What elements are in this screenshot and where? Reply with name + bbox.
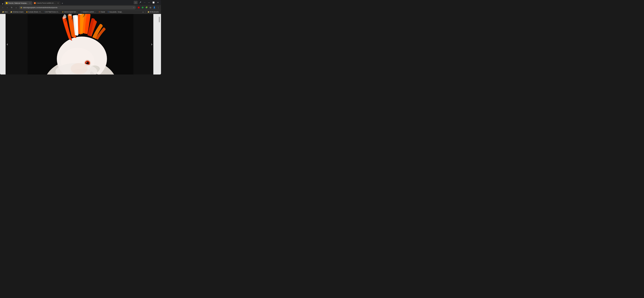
folder-icon: 📁: [10, 11, 12, 13]
mic-icon: 🎤: [139, 2, 141, 4]
google-icon: G: [108, 11, 109, 13]
sidebar-button[interactable]: ▤: [149, 6, 152, 9]
ext-puzzle-button[interactable]: 🧩: [145, 6, 148, 9]
prev-arrow[interactable]: ‹: [7, 42, 8, 47]
tab-natgeo-close[interactable]: ✕: [29, 2, 31, 4]
profile-icon: 👤: [153, 7, 156, 9]
bookmark-bikes-label: bikes: [4, 11, 8, 13]
search-icon-btn[interactable]: ▢: [134, 1, 138, 4]
maximize-icon: ⬜: [152, 2, 154, 4]
bookmark-subatomic-label: Subatomic particle -...: [82, 11, 96, 13]
minimize-button[interactable]: —: [147, 1, 151, 5]
content-area: ‹ ›: [0, 14, 161, 75]
cockatoo-image: [28, 14, 134, 75]
tab-art-label: Colorful Parrot wildlife Art Pri...: [36, 2, 56, 4]
search-icon: ▢: [135, 2, 136, 4]
bookmark-tidal-label: 13.6 Tidal Forces | U...: [45, 11, 59, 13]
art-favicon: [34, 2, 36, 4]
mic-button[interactable]: 🎤: [138, 1, 142, 5]
next-arrow[interactable]: ›: [151, 42, 152, 47]
browser-window: ▼ Parrots | National Geographic ✕ Colorf…: [0, 0, 161, 75]
home-icon: ⌂: [16, 7, 17, 9]
tab-natgeo[interactable]: Parrots | National Geographic ✕: [4, 1, 32, 5]
bookmark-loop-gravity[interactable]: G loop gravity - Googl...: [107, 11, 124, 13]
new-tab-button[interactable]: +: [61, 2, 64, 5]
folder-icon: 📁: [2, 11, 4, 13]
address-bar-row: ‹ › ↻ ⌂ 🔒 nationalgeographic.com/animals…: [0, 5, 161, 10]
minimize-icon: —: [148, 2, 150, 4]
tab-natgeo-label: Parrots | National Geographic: [8, 2, 28, 4]
claude-icon: AI: [99, 11, 100, 13]
all-bookmarks-label: All Bookmarks: [150, 11, 159, 13]
address-bar[interactable]: 🔒 nationalgeographic.com/animals/birds/f…: [19, 6, 136, 9]
forward-button[interactable]: ›: [6, 6, 9, 9]
folder-icon: 📁: [148, 11, 149, 13]
maximize-button[interactable]: ⬜: [152, 1, 156, 5]
bookmark-christmas-recipes[interactable]: 📁 christmas recipes: [9, 11, 25, 13]
natgeo-favicon: [6, 2, 8, 4]
all-bookmarks-button[interactable]: 📁 All Bookmarks: [146, 11, 160, 13]
svg-point-10: [71, 63, 88, 74]
close-button[interactable]: ✕: [156, 1, 160, 5]
tab-art-close[interactable]: ✕: [57, 2, 59, 4]
tab-dropdown-btn[interactable]: ▼: [1, 3, 4, 5]
bookmarks-bar: 📁 bikes 📁 christmas recipes Curiosity St…: [0, 10, 161, 14]
menu-button[interactable]: ⋮: [156, 6, 160, 9]
bookmark-bikes[interactable]: 📁 bikes: [1, 11, 9, 13]
profile-button[interactable]: 👤: [153, 6, 156, 9]
bookmarks-more-button[interactable]: »: [142, 11, 144, 13]
bookmark-tidal-forces[interactable]: l 13.6 Tidal Forces | U...: [43, 11, 60, 13]
bird-image-container: [0, 14, 161, 75]
puzzle-icon: 🧩: [146, 7, 148, 9]
bookmark-loop-label: loop gravity - Googl...: [110, 11, 123, 13]
ext-red-button[interactable]: [137, 6, 140, 9]
bookmark-icon: l: [44, 11, 44, 13]
green-ext-icon: [142, 7, 144, 8]
url-text: nationalgeographic.com/animals/birds/fac…: [23, 7, 132, 8]
subatomic-icon: ⚛: [81, 11, 82, 13]
tab-art[interactable]: Colorful Parrot wildlife Art Pri... ✕: [32, 1, 60, 5]
title-bar: ▼ Parrots | National Geographic ✕ Colorf…: [0, 0, 161, 5]
bookmark-speed-label: Internet Speed test :...: [64, 11, 78, 13]
side-panel-right: [153, 14, 161, 75]
forward-icon: ›: [7, 7, 8, 9]
bookmark-christmas-label: christmas recipes: [13, 11, 24, 13]
bookmarks-divider: [145, 11, 146, 13]
more-icon: ⋯: [144, 2, 146, 4]
close-icon: ✕: [157, 2, 159, 4]
bookmark-curiosity-label: Curiosity Stream - If...: [28, 11, 42, 13]
bookmark-claude[interactable]: AI Claude: [98, 11, 106, 13]
bookmark-subatomic[interactable]: ⚛ Subatomic particle -...: [80, 11, 97, 13]
side-panel-left: [0, 14, 6, 75]
svg-point-6: [86, 62, 87, 63]
lock-icon: 🔒: [20, 7, 22, 8]
bookmark-star-icon[interactable]: ☆: [133, 7, 134, 9]
reload-icon: ↻: [11, 7, 12, 9]
back-icon: ‹: [2, 7, 3, 9]
toolbar-icons: 🧩 ▤ 👤 ⋮: [137, 6, 160, 9]
red-ext-icon: [138, 7, 140, 8]
speedtest-icon: ⚡: [62, 11, 64, 13]
orange-dot-icon: [26, 12, 28, 13]
home-button[interactable]: ⌂: [14, 6, 18, 9]
back-button[interactable]: ‹: [1, 6, 4, 9]
bookmark-internet-speed[interactable]: ⚡ Internet Speed test :...: [61, 11, 79, 13]
bookmark-curiosity-stream[interactable]: Curiosity Stream - If...: [25, 11, 42, 13]
bookmark-claude-label: Claude: [100, 11, 105, 13]
title-bar-controls: ▢ 🎤 ⋯ — ⬜ ✕: [134, 1, 160, 5]
sidebar-icon: ▤: [150, 7, 151, 9]
reload-button[interactable]: ↻: [10, 6, 13, 9]
tab-bar: ▼ Parrots | National Geographic ✕ Colorf…: [1, 0, 133, 5]
menu-icon: ⋮: [158, 7, 159, 9]
ext-green-button[interactable]: [141, 6, 144, 9]
more-button[interactable]: ⋯: [142, 1, 146, 5]
